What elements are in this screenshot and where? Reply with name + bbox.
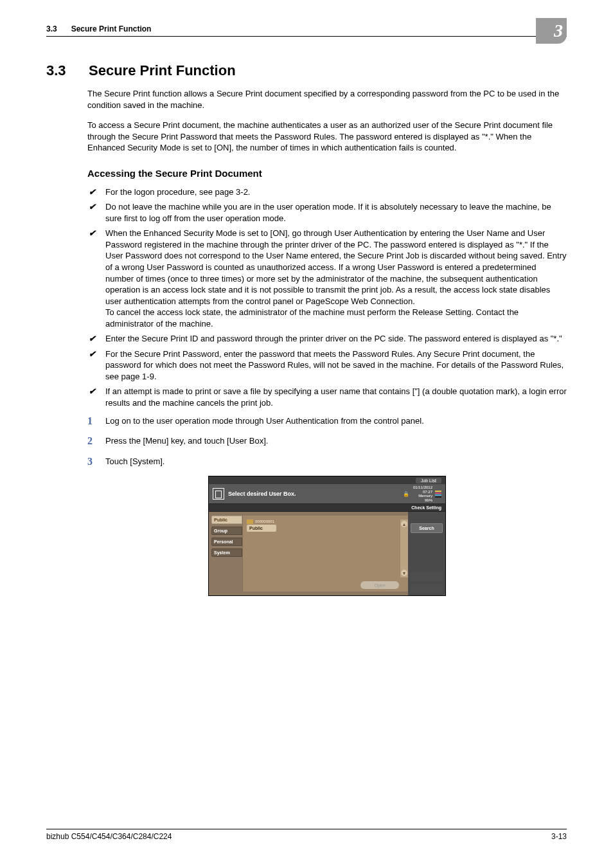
subsection-heading: Accessing the Secure Print Document xyxy=(87,168,567,179)
checklist-item: Do not leave the machine while you are i… xyxy=(87,201,567,224)
scrollbar[interactable]: ▲ ▼ xyxy=(400,520,408,577)
section-heading: 3.3 Secure Print Function xyxy=(46,62,567,79)
procedure-step: 1Log on to the user operation mode throu… xyxy=(87,415,567,427)
open-button[interactable]: Open xyxy=(360,581,399,589)
screen-tabs: Public Group Personal System xyxy=(209,512,242,595)
step-number: 1 xyxy=(87,414,93,428)
screen-main-area: 000000001 Public ▲ ▼ Open xyxy=(242,516,408,592)
scroll-down-icon[interactable]: ▼ xyxy=(401,570,407,576)
section-number: 3.3 xyxy=(46,62,72,79)
screen-header-title: Select desired User Box. xyxy=(228,491,403,497)
running-header-section-number: 3.3 xyxy=(46,24,57,33)
tab-system[interactable]: System xyxy=(211,548,242,557)
tab-personal[interactable]: Personal xyxy=(211,538,242,546)
userbox-item-label: Public xyxy=(247,525,276,532)
checklist-item: When the Enhanced Security Mode is set t… xyxy=(87,228,567,329)
checklist-item: If an attempt is made to print or save a… xyxy=(87,386,567,408)
scroll-up-icon[interactable]: ▲ xyxy=(401,521,407,527)
disabled-button xyxy=(411,584,443,593)
procedure-step: 2Press the [Menu] key, and touch [User B… xyxy=(87,435,567,447)
prerequisite-list: For the logon procedure, see page 3-2. D… xyxy=(87,186,567,409)
check-setting-bar[interactable]: Check Setting xyxy=(209,503,445,512)
panel-screenshot: Job List Select desired User Box. 🔒 01/1… xyxy=(208,476,446,596)
screen-header: Select desired User Box. 🔒 01/11/2012 07… xyxy=(209,484,445,503)
tab-public[interactable]: Public xyxy=(211,516,242,524)
step-number: 3 xyxy=(87,455,93,469)
screen-status: 01/11/2012 07:27 Memory 99% xyxy=(413,485,432,502)
footer-left: bizhub C554/C454/C364/C284/C224 xyxy=(46,832,172,841)
tab-group[interactable]: Group xyxy=(211,527,242,535)
running-header-section-title: Secure Print Function xyxy=(71,24,152,33)
procedure-list: 1Log on to the user operation mode throu… xyxy=(87,415,567,467)
step-number: 2 xyxy=(87,434,93,448)
userbox-item[interactable]: 000000001 Public xyxy=(247,520,293,532)
toner-levels xyxy=(435,491,441,498)
chapter-badge: 3 xyxy=(536,18,567,44)
checklist-item: For the Secure Print Password, enter the… xyxy=(87,348,567,383)
lock-icon: 🔒 xyxy=(403,491,409,497)
page-footer: bizhub C554/C454/C364/C284/C224 3-13 xyxy=(46,829,567,841)
folder-icon xyxy=(247,520,253,524)
screen-topbar: Job List xyxy=(209,476,445,484)
procedure-step: 3Touch [System]. xyxy=(87,456,567,467)
intro-paragraph: The Secure Print function allows a Secur… xyxy=(87,88,567,111)
toner-k-icon xyxy=(435,496,441,498)
checklist-item: Enter the Secure Print ID and password t… xyxy=(87,333,567,345)
footer-right: 3-13 xyxy=(551,832,567,841)
toner-m-icon xyxy=(435,493,441,494)
toner-y-icon xyxy=(435,491,441,492)
job-list-button[interactable]: Job List xyxy=(416,478,441,484)
search-button[interactable]: Search xyxy=(411,523,443,533)
userbox-icon xyxy=(213,488,224,500)
section-title: Secure Print Function xyxy=(89,62,236,79)
disabled-button xyxy=(411,572,443,581)
checklist-item: For the logon procedure, see page 3-2. xyxy=(87,186,567,198)
screen-right-column: Search xyxy=(408,512,445,595)
running-header: 3.3 Secure Print Function xyxy=(46,24,567,37)
toner-c-icon xyxy=(435,494,441,496)
intro-paragraph: To access a Secure Print document, the m… xyxy=(87,120,567,154)
